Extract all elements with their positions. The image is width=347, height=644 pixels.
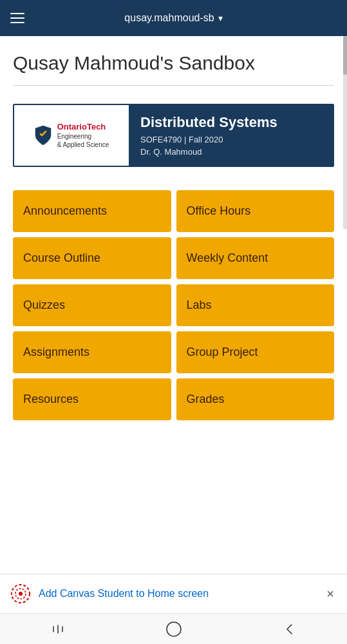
phone-recents-icon[interactable] (50, 621, 66, 637)
logo-text-group: OntarioTech Engineering & Applied Scienc… (57, 122, 109, 149)
ontario-tech-logo: OntarioTech Engineering & Applied Scienc… (34, 122, 109, 149)
phone-back-icon[interactable] (282, 621, 297, 637)
btn-labs[interactable]: Labs (176, 284, 335, 326)
course-banner-logo: OntarioTech Engineering & Applied Scienc… (14, 105, 130, 166)
bottom-banner: Add Canvas Student to Home screen × (0, 574, 347, 613)
course-term: Fall 2020 (189, 135, 223, 144)
btn-announcements[interactable]: Announcements (13, 190, 171, 232)
btn-group-project[interactable]: Group Project (176, 331, 335, 373)
phone-home-icon[interactable] (165, 621, 182, 638)
nav-site-name: qusay.mahmoud-sb (124, 12, 214, 24)
course-instructor: Dr. Q. Mahmoud (140, 147, 323, 157)
btn-grades[interactable]: Grades (176, 378, 335, 420)
nav-dropdown-icon[interactable]: ▾ (218, 13, 223, 23)
grid-container: Announcements Office Hours Course Outlin… (13, 190, 334, 420)
course-meta: SOFE4790 | Fall 2020 (140, 135, 323, 144)
logo-engineering-text: Engineering (57, 132, 109, 141)
btn-course-outline[interactable]: Course Outline (13, 237, 171, 279)
btn-office-hours[interactable]: Office Hours (176, 190, 335, 232)
scrollbar-track[interactable] (343, 36, 347, 229)
btn-weekly-content[interactable]: Weekly Content (176, 237, 335, 279)
btn-assignments[interactable]: Assignments (13, 331, 171, 373)
btn-resources[interactable]: Resources (13, 378, 171, 420)
svg-point-2 (19, 592, 23, 596)
course-code: SOFE4790 (140, 135, 182, 144)
scrollbar-thumb[interactable] (343, 36, 347, 75)
course-separator: | (184, 135, 189, 144)
menu-icon[interactable] (10, 13, 24, 23)
page-divider (13, 85, 334, 86)
svg-point-6 (167, 622, 181, 636)
course-banner-info: Distributed Systems SOFE4790 | Fall 2020… (130, 105, 333, 166)
shield-icon (34, 125, 52, 146)
phone-bottom-bar (0, 613, 347, 644)
nav-title-area: qusay.mahmoud-sb ▾ (124, 12, 222, 24)
logo-applied-text: & Applied Science (57, 141, 109, 149)
canvas-icon (10, 583, 31, 604)
logo-ontario-tech-text: OntarioTech (57, 122, 109, 132)
course-banner: OntarioTech Engineering & Applied Scienc… (13, 104, 334, 167)
main-content: Qusay Mahmoud's Sandbox OntarioTech Engi… (0, 36, 347, 446)
course-title: Distributed Systems (140, 114, 323, 131)
add-canvas-text[interactable]: Add Canvas Student to Home screen (39, 587, 316, 601)
btn-quizzes[interactable]: Quizzes (13, 284, 171, 326)
banner-close-icon[interactable]: × (324, 584, 337, 604)
nav-bar: qusay.mahmoud-sb ▾ (0, 0, 347, 36)
page-title: Qusay Mahmoud's Sandbox (13, 52, 334, 75)
